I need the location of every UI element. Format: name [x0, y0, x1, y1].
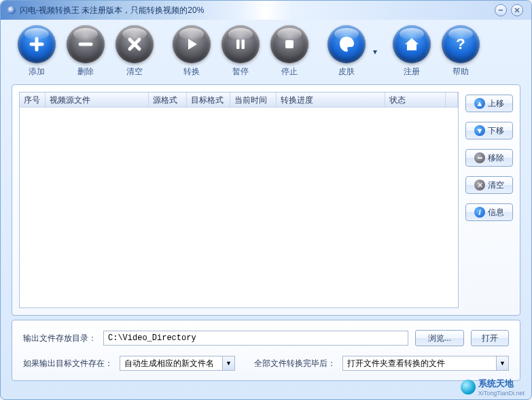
play-icon — [183, 36, 200, 52]
toolbar-item-add: 添加 — [13, 25, 60, 78]
help-button[interactable]: ? — [442, 25, 480, 63]
titlebar[interactable]: 闪电-视频转换王 未注册版本，只能转换视频的20% — [1, 1, 531, 20]
info-icon: i — [474, 207, 485, 218]
convert-label: 转换 — [183, 66, 200, 78]
app-icon — [7, 6, 16, 14]
close-button[interactable] — [511, 4, 523, 16]
move-up-label: 上移 — [488, 98, 504, 110]
output-panel: 输出文件存放目录： 浏览... 打开 如果输出目标文件存在： 自动生成相应的新文… — [12, 320, 520, 381]
arrow-up-icon: ▲ — [474, 98, 485, 109]
delete-button[interactable] — [67, 25, 105, 63]
col-progress[interactable]: 转换进度 — [277, 93, 385, 107]
output-row: 输出文件存放目录： 浏览... 打开 — [23, 330, 509, 346]
svg-rect-9 — [236, 39, 240, 49]
toolbar-item-pause: 暂停 — [217, 25, 264, 78]
col-source[interactable]: 视频源文件 — [46, 93, 149, 107]
browse-button[interactable]: 浏览... — [415, 330, 464, 346]
arrow-down-icon: ▼ — [474, 125, 485, 136]
pause-icon — [233, 37, 248, 52]
toolbar: 添加 删除 清空 转换 暂停 — [1, 20, 531, 80]
table-body[interactable] — [20, 107, 458, 307]
col-index[interactable]: 序号 — [20, 93, 46, 107]
after-value: 打开文件夹查看转换的文件 — [343, 358, 496, 369]
minimize-button[interactable] — [495, 4, 507, 16]
close-icon — [514, 7, 520, 13]
skin-icon — [336, 34, 357, 54]
app-window: 闪电-视频转换王 未注册版本，只能转换视频的20% 添加 删除 — [0, 0, 532, 400]
watermark: 系统天地 XiTongTianDi.net — [461, 378, 525, 397]
clear-button[interactable] — [116, 25, 154, 63]
convert-button[interactable] — [173, 25, 211, 63]
main-content: 序号 视频源文件 源格式 目标格式 当前时间 转换进度 状态 ▲ 上移 ▼ 下移… — [12, 84, 520, 316]
minus-icon — [77, 35, 94, 53]
add-button[interactable] — [18, 25, 56, 63]
chevron-down-icon[interactable]: ▼ — [222, 356, 234, 370]
add-label: 添加 — [29, 66, 45, 78]
register-button[interactable] — [393, 25, 431, 63]
after-label: 全部文件转换完毕后： — [254, 358, 336, 369]
col-spacer — [446, 93, 458, 107]
options-row: 如果输出目标文件存在： 自动生成相应的新文件名 ▼ 全部文件转换完毕后： 打开文… — [23, 356, 509, 371]
move-down-label: 下移 — [488, 125, 504, 137]
stop-label: 停止 — [281, 66, 298, 78]
svg-rect-10 — [242, 39, 245, 49]
open-button[interactable]: 打开 — [471, 330, 509, 346]
toolbar-item-stop: 停止 — [266, 25, 313, 78]
plus-icon — [28, 35, 46, 53]
table-header: 序号 视频源文件 源格式 目标格式 当前时间 转换进度 状态 — [20, 93, 458, 107]
home-icon — [403, 35, 421, 53]
pause-label: 暂停 — [232, 66, 249, 78]
toolbar-item-help: ? 帮助 — [437, 25, 484, 78]
exists-value: 自动生成相应的新文件名 — [120, 358, 222, 369]
col-src-fmt[interactable]: 源格式 — [149, 93, 187, 107]
delete-label: 删除 — [77, 66, 94, 78]
side-buttons: ▲ 上移 ▼ 下移 ━ 移除 ✕ 清空 i 信息 — [465, 92, 513, 308]
col-dst-fmt[interactable]: 目标格式 — [187, 93, 230, 107]
col-status[interactable]: 状态 — [385, 93, 446, 107]
minus-icon: ━ — [474, 152, 485, 163]
move-down-button[interactable]: ▼ 下移 — [465, 122, 513, 139]
col-time[interactable]: 当前时间 — [230, 93, 277, 107]
pause-button[interactable] — [221, 25, 260, 63]
question-icon: ? — [452, 35, 469, 53]
stop-button[interactable] — [270, 25, 308, 63]
info-label: 信息 — [488, 207, 504, 218]
minimize-icon — [498, 7, 503, 13]
help-label: 帮助 — [453, 66, 469, 78]
exists-combo[interactable]: 自动生成相应的新文件名 ▼ — [120, 356, 235, 371]
remove-label: 移除 — [488, 152, 504, 164]
watermark-sub: XiTongTianDi.net — [478, 390, 525, 397]
skin-dropdown-arrow[interactable]: ▾ — [372, 47, 378, 56]
toolbar-item-clear: 清空 — [111, 25, 158, 78]
skin-label: 皮肤 — [338, 66, 355, 78]
toolbar-item-skin: 皮肤 — [323, 25, 370, 78]
window-controls — [495, 4, 523, 16]
svg-rect-11 — [285, 40, 294, 48]
exists-label: 如果输出目标文件存在： — [23, 358, 113, 369]
svg-text:?: ? — [456, 35, 465, 52]
info-button[interactable]: i 信息 — [465, 203, 513, 221]
file-table: 序号 视频源文件 源格式 目标格式 当前时间 转换进度 状态 — [19, 92, 459, 308]
clear-label: 清空 — [126, 66, 143, 78]
skin-button[interactable] — [327, 25, 366, 63]
stop-icon — [282, 37, 297, 52]
output-dir-label: 输出文件存放目录： — [23, 333, 96, 344]
side-clear-label: 清空 — [488, 180, 504, 191]
toolbar-item-delete: 删除 — [62, 25, 109, 78]
globe-icon — [461, 380, 476, 395]
register-label: 注册 — [404, 66, 420, 78]
remove-button[interactable]: ━ 移除 — [465, 149, 513, 167]
x-icon — [127, 37, 142, 52]
svg-marker-8 — [188, 39, 197, 50]
move-up-button[interactable]: ▲ 上移 — [465, 95, 513, 112]
chevron-down-icon[interactable]: ▼ — [496, 356, 508, 370]
after-combo[interactable]: 打开文件夹查看转换的文件 ▼ — [342, 356, 509, 371]
window-title: 闪电-视频转换王 未注册版本，只能转换视频的20% — [20, 5, 204, 16]
x-icon: ✕ — [474, 180, 485, 190]
output-dir-input[interactable] — [103, 331, 408, 346]
side-clear-button[interactable]: ✕ 清空 — [465, 176, 513, 194]
toolbar-item-convert: 转换 — [168, 25, 215, 78]
toolbar-item-register: 注册 — [388, 25, 436, 78]
watermark-text: 系统天地 — [478, 378, 525, 390]
